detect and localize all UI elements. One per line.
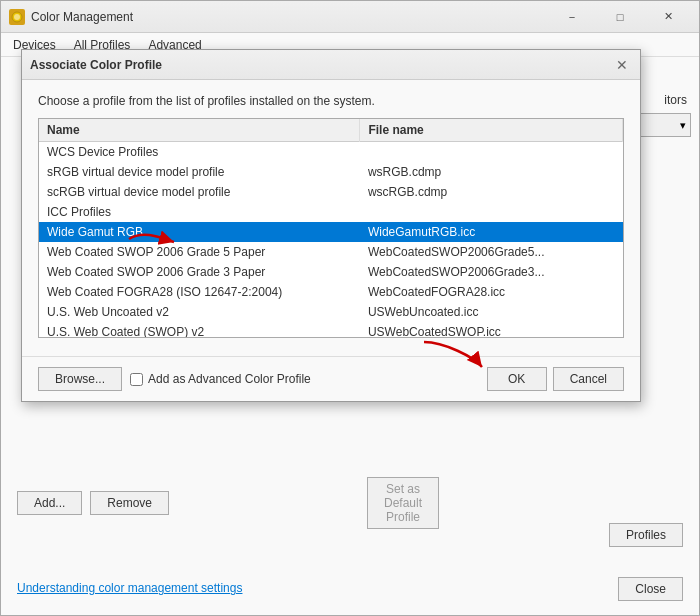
- row-name: Web Coated FOGRA28 (ISO 12647-2:2004): [39, 282, 360, 302]
- row-filename: WebCoatedFOGRA28.icc: [360, 282, 623, 302]
- svg-point-1: [14, 14, 20, 20]
- dialog-body: Choose a profile from the list of profil…: [22, 80, 640, 352]
- row-filename: WideGamutRGB.icc: [360, 222, 623, 242]
- advanced-checkbox-label[interactable]: Add as Advanced Color Profile: [130, 372, 311, 386]
- window-close-button[interactable]: ✕: [645, 2, 691, 32]
- dialog: Associate Color Profile ✕ Choose a profi…: [21, 49, 641, 402]
- table-header-row: Name File name: [39, 119, 623, 142]
- row-name: Wide Gamut RGB: [39, 222, 360, 242]
- ok-button[interactable]: OK: [487, 367, 547, 391]
- dropdown-arrow: ▾: [680, 119, 686, 132]
- row-filename: wscRGB.cdmp: [360, 182, 623, 202]
- row-filename: [360, 142, 623, 163]
- col-name: Name: [39, 119, 360, 142]
- profile-table: Name File name WCS Device ProfilessRGB v…: [39, 119, 623, 338]
- app-icon: [9, 9, 25, 25]
- row-name: U.S. Web Uncoated v2: [39, 302, 360, 322]
- row-name: Web Coated SWOP 2006 Grade 5 Paper: [39, 242, 360, 262]
- remove-button[interactable]: Remove: [90, 491, 169, 515]
- table-row[interactable]: Web Coated SWOP 2006 Grade 5 PaperWebCoa…: [39, 242, 623, 262]
- set-default-button[interactable]: Set as Default Profile: [367, 477, 439, 529]
- main-bottom-controls: Add... Remove Set as Default Profile: [17, 491, 169, 515]
- profile-list-container[interactable]: Name File name WCS Device ProfilessRGB v…: [38, 118, 624, 338]
- table-row[interactable]: U.S. Web Uncoated v2USWebUncoated.icc: [39, 302, 623, 322]
- table-row[interactable]: Web Coated SWOP 2006 Grade 3 PaperWebCoa…: [39, 262, 623, 282]
- col-filename: File name: [360, 119, 623, 142]
- main-window: Color Management − □ ✕ Devices All Profi…: [0, 0, 700, 616]
- monitors-label: itors: [664, 93, 687, 107]
- row-filename: WebCoatedSWOP2006Grade3...: [360, 262, 623, 282]
- row-name: Web Coated SWOP 2006 Grade 3 Paper: [39, 262, 360, 282]
- maximize-button[interactable]: □: [597, 2, 643, 32]
- table-row[interactable]: sRGB virtual device model profilewsRGB.c…: [39, 162, 623, 182]
- row-name: ICC Profiles: [39, 202, 360, 222]
- table-row[interactable]: WCS Device Profiles: [39, 142, 623, 163]
- row-filename: USWebCoatedSWOP.icc: [360, 322, 623, 338]
- minimize-button[interactable]: −: [549, 2, 595, 32]
- row-name: U.S. Web Coated (SWOP) v2: [39, 322, 360, 338]
- row-filename: WebCoatedSWOP2006Grade5...: [360, 242, 623, 262]
- dialog-titlebar: Associate Color Profile ✕: [22, 50, 640, 80]
- advanced-checkbox[interactable]: [130, 373, 143, 386]
- profile-tbody: WCS Device ProfilessRGB virtual device m…: [39, 142, 623, 339]
- row-filename: [360, 202, 623, 222]
- dialog-title: Associate Color Profile: [30, 58, 162, 72]
- dialog-bottom: Browse... Add as Advanced Color Profile …: [22, 356, 640, 401]
- row-name: WCS Device Profiles: [39, 142, 360, 163]
- row-filename: USWebUncoated.icc: [360, 302, 623, 322]
- row-name: scRGB virtual device model profile: [39, 182, 360, 202]
- dialog-description: Choose a profile from the list of profil…: [38, 94, 624, 108]
- add-button[interactable]: Add...: [17, 491, 82, 515]
- titlebar-controls: − □ ✕: [549, 2, 691, 32]
- table-row[interactable]: Wide Gamut RGBWideGamutRGB.icc: [39, 222, 623, 242]
- row-filename: wsRGB.cdmp: [360, 162, 623, 182]
- table-row[interactable]: Web Coated FOGRA28 (ISO 12647-2:2004)Web…: [39, 282, 623, 302]
- profiles-button[interactable]: Profiles: [609, 523, 683, 547]
- table-row[interactable]: U.S. Web Coated (SWOP) v2USWebCoatedSWOP…: [39, 322, 623, 338]
- main-titlebar: Color Management − □ ✕: [1, 1, 699, 33]
- row-name: sRGB virtual device model profile: [39, 162, 360, 182]
- table-row[interactable]: ICC Profiles: [39, 202, 623, 222]
- understanding-link[interactable]: Understanding color management settings: [17, 581, 242, 595]
- table-row[interactable]: scRGB virtual device model profilewscRGB…: [39, 182, 623, 202]
- checkbox-text: Add as Advanced Color Profile: [148, 372, 311, 386]
- cancel-button[interactable]: Cancel: [553, 367, 624, 391]
- browse-button[interactable]: Browse...: [38, 367, 122, 391]
- close-button[interactable]: Close: [618, 577, 683, 601]
- window-title: Color Management: [31, 10, 133, 24]
- dialog-close-button[interactable]: ✕: [612, 55, 632, 75]
- close-btn-area: Close: [618, 577, 683, 601]
